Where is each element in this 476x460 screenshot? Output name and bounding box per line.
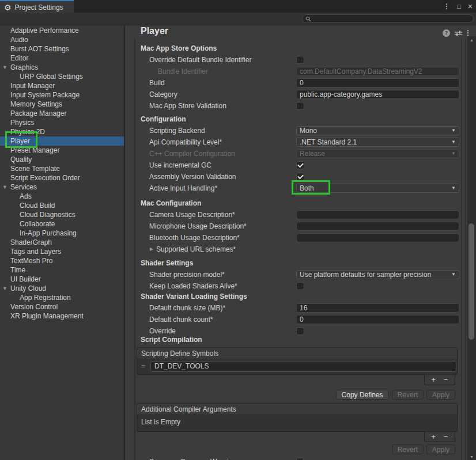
sidebar-item-tags-and-layers[interactable]: Tags and Layers — [0, 247, 124, 256]
search-input[interactable] — [302, 14, 474, 23]
category-field[interactable]: public.app-category.games — [296, 90, 459, 99]
suppress-common-warnings-row: Suppress Common Warnings — [135, 456, 461, 460]
row-label: Default chunk size (MB)* — [149, 302, 225, 314]
assembly-version-validation-checkbox[interactable] — [296, 173, 304, 181]
revert-button[interactable]: Revert — [392, 390, 424, 400]
scroll-up-icon[interactable]: ▲ — [467, 38, 476, 42]
mac-app-store-validation-checkbox[interactable] — [296, 102, 304, 110]
close-icon[interactable]: × — [468, 2, 473, 11]
sidebar-item-textmesh-pro[interactable]: TextMesh Pro — [0, 256, 124, 265]
add-button2[interactable]: + — [431, 432, 436, 442]
sidebar-item-label: Tags and Layers — [10, 248, 61, 256]
sidebar-item-unity-cloud[interactable]: ▼Unity Cloud — [0, 284, 124, 293]
sidebar-item-label: Burst AOT Settings — [10, 45, 69, 53]
keep-loaded-shaders-alive-checkbox[interactable] — [296, 282, 304, 290]
sidebar-item-package-manager[interactable]: Package Manager — [0, 109, 124, 118]
sidebar-item-input-manager[interactable]: Input Manager — [0, 81, 124, 90]
row-label: Use incremental GC — [149, 159, 211, 171]
sidebar-item-label: Cloud Diagnostics — [20, 211, 75, 219]
row-label: Bluetooth Usage Description* — [149, 232, 240, 244]
sidebar-item-shadergraph[interactable]: ShaderGraph — [0, 238, 124, 247]
apply-button2[interactable]: Apply — [426, 444, 455, 454]
additional-compiler-arguments-header: Additional Compiler Arguments — [137, 404, 457, 415]
row-control — [296, 210, 459, 219]
remove-button2[interactable]: − — [444, 432, 448, 442]
sidebar-item-adaptive-performance[interactable]: Adaptive Performance — [0, 26, 124, 35]
row-label: Active Input Handling* — [149, 183, 217, 194]
setting-row-api-compatibility-level: Api Compatibility Level*.NET Standard 2.… — [135, 136, 461, 148]
sidebar-item-ui-builder[interactable]: UI Builder — [0, 275, 124, 284]
remove-button[interactable]: − — [444, 375, 448, 385]
default-chunk-count-field[interactable]: 0 — [296, 315, 459, 324]
sidebar-item-script-execution-order[interactable]: Script Execution Order — [0, 173, 124, 183]
row-control — [296, 233, 459, 242]
copy-defines-button[interactable]: Copy Defines — [336, 390, 389, 400]
section-shader-settings: Shader SettingsShader precision model*Us… — [135, 257, 461, 292]
bundle-identifier-field[interactable]: com.DefaultCompany.DataStreamingV2 — [296, 67, 459, 76]
sidebar-item-ads[interactable]: Ads — [0, 192, 124, 201]
sidebar-item-cloud-diagnostics[interactable]: Cloud Diagnostics — [0, 210, 124, 219]
sidebar-item-burst-aot-settings[interactable]: Burst AOT Settings — [0, 44, 124, 54]
sidebar-item-audio[interactable]: Audio — [0, 35, 124, 44]
sidebar-item-version-control[interactable]: Version Control — [0, 302, 124, 311]
context-menu-icon[interactable]: ⋮ — [464, 29, 471, 37]
override-checkbox[interactable] — [296, 327, 304, 335]
sidebar-item-graphics[interactable]: ▼Graphics — [0, 63, 124, 72]
tab-project-settings[interactable]: ⚙ Project Settings — [0, 0, 74, 13]
sidebar-item-xr-plugin-management[interactable]: XR Plugin Management — [0, 311, 124, 321]
sidebar-item-cloud-build[interactable]: Cloud Build — [0, 201, 124, 210]
api-compatibility-level-dropdown[interactable]: .NET Standard 2.1▼ — [296, 138, 459, 147]
apply-button[interactable]: Apply — [426, 390, 455, 400]
c-compiler-configuration-dropdown[interactable]: Release▼ — [296, 149, 459, 158]
camera-usage-description-field[interactable] — [296, 210, 459, 219]
row-label: Shader precision model* — [149, 269, 225, 280]
sidebar-item-input-system-package[interactable]: Input System Package — [0, 90, 124, 100]
add-button[interactable]: + — [431, 375, 436, 385]
sidebar-item-in-app-purchasing[interactable]: In-App Purchasing — [0, 229, 124, 238]
project-settings-window: ⚙ Project Settings ⋮ □ × Adaptive Perfor… — [0, 0, 476, 460]
sidebar-item-memory-settings[interactable]: Memory Settings — [0, 100, 124, 109]
sidebar-item-collaborate[interactable]: Collaborate — [0, 219, 124, 229]
microphone-usage-description-field[interactable] — [296, 222, 459, 231]
sidebar-item-urp-global-settings[interactable]: URP Global Settings — [0, 72, 124, 81]
revert-button2[interactable]: Revert — [392, 444, 424, 454]
setting-row-override-default-bundle-identifier: Override Default Bundle Identifier — [135, 54, 461, 66]
default-chunk-size-mb-field[interactable]: 16 — [296, 303, 459, 313]
tab-title: Project Settings — [15, 3, 63, 12]
sidebar-item-scene-template[interactable]: Scene Template — [0, 164, 124, 173]
scrollbar[interactable]: ▲ ▼ — [467, 36, 476, 460]
sidebar-item-label: URP Global Settings — [20, 73, 83, 81]
sidebar-item-time[interactable]: Time — [0, 265, 124, 275]
drag-handle-icon[interactable]: = — [141, 361, 145, 372]
suppress-common-warnings-checkbox[interactable] — [296, 458, 304, 460]
toolbar — [0, 13, 476, 25]
define-symbol-field[interactable]: DT_DEV_TOOLS — [150, 361, 456, 372]
build-field[interactable]: 0 — [296, 78, 459, 88]
foldout-open-icon[interactable]: ▼ — [2, 284, 7, 293]
sidebar-item-quality[interactable]: Quality — [0, 155, 124, 164]
section-shader-variant-loading-settings: Shader Variant Loading SettingsDefault c… — [135, 291, 461, 337]
maximize-icon[interactable]: □ — [457, 3, 461, 10]
dropdown-value: Mono — [300, 127, 317, 135]
sidebar-item-physics[interactable]: Physics — [0, 118, 124, 127]
sidebar-item-editor[interactable]: Editor — [0, 54, 124, 63]
foldout-open-icon[interactable]: ▼ — [2, 183, 7, 192]
setting-row-default-chunk-size-mb: Default chunk size (MB)*16 — [135, 302, 461, 314]
list-empty-label: List is Empty — [137, 415, 457, 429]
scroll-down-icon[interactable]: ▼ — [467, 455, 476, 459]
row-control — [296, 222, 459, 231]
sidebar-item-label: Editor — [10, 54, 28, 62]
sidebar-item-services[interactable]: ▼Services — [0, 183, 124, 192]
bluetooth-usage-description-field[interactable] — [296, 233, 459, 242]
sidebar-item-app-registration[interactable]: App Registration — [0, 293, 124, 302]
window-menu-icon[interactable]: ⋮ — [443, 2, 450, 10]
foldout-closed-icon[interactable]: ▶ — [150, 244, 153, 255]
help-icon[interactable]: ? — [443, 29, 450, 37]
use-incremental-gc-checkbox[interactable] — [296, 161, 304, 169]
shader-precision-model-dropdown[interactable]: Use platform defaults for sampler precis… — [296, 270, 459, 279]
foldout-open-icon[interactable]: ▼ — [2, 63, 7, 72]
scrollbar-thumb[interactable] — [469, 223, 474, 340]
override-default-bundle-identifier-checkbox[interactable] — [296, 56, 304, 64]
presets-icon[interactable] — [455, 30, 462, 37]
scripting-backend-dropdown[interactable]: Mono▼ — [296, 126, 459, 135]
